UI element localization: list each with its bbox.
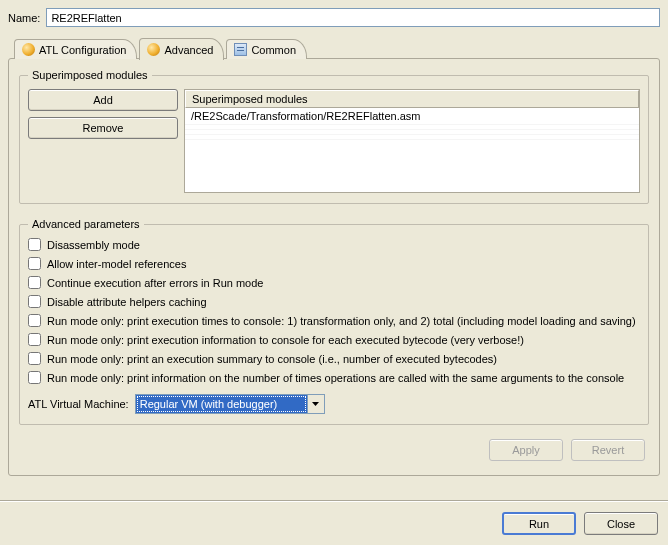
checkbox[interactable] [28, 333, 41, 346]
tab-label: Common [251, 44, 296, 56]
check-option[interactable]: Disable attribute helpers caching [28, 295, 640, 308]
modules-table[interactable]: Superimposed modules /RE2Scade/Transform… [184, 89, 640, 193]
check-label: Run mode only: print information on the … [47, 372, 624, 384]
close-button[interactable]: Close [584, 512, 658, 535]
check-label: Continue execution after errors in Run m… [47, 277, 263, 289]
tab-atl-configuration[interactable]: ATL Configuration [14, 39, 137, 59]
vm-select-value: Regular VM (with debugger) [136, 395, 307, 413]
checkbox[interactable] [28, 295, 41, 308]
tab-bar: ATL Configuration Advanced Common [14, 37, 660, 59]
check-label: Run mode only: print execution times to … [47, 315, 636, 327]
check-option[interactable]: Run mode only: print execution times to … [28, 314, 640, 327]
dialog-button-bar: Run Close [0, 501, 668, 545]
group-advanced-parameters: Advanced parameters Disassembly modeAllo… [19, 218, 649, 425]
vm-label: ATL Virtual Machine: [28, 398, 129, 410]
check-option[interactable]: Run mode only: print information on the … [28, 371, 640, 384]
check-option[interactable]: Run mode only: print an execution summar… [28, 352, 640, 365]
add-button[interactable]: Add [28, 89, 178, 111]
checkbox[interactable] [28, 276, 41, 289]
check-label: Disable attribute helpers caching [47, 296, 207, 308]
check-option[interactable]: Continue execution after errors in Run m… [28, 276, 640, 289]
revert-button[interactable]: Revert [571, 439, 645, 461]
chevron-down-icon[interactable] [307, 395, 324, 413]
common-icon [233, 43, 247, 57]
field-label-name: Name: [8, 12, 40, 24]
checkbox[interactable] [28, 238, 41, 251]
run-button[interactable]: Run [502, 512, 576, 535]
vm-select[interactable]: Regular VM (with debugger) [135, 394, 325, 414]
atl-icon [146, 43, 160, 57]
tab-common[interactable]: Common [226, 39, 307, 59]
check-option[interactable]: Run mode only: print execution informati… [28, 333, 640, 346]
table-row[interactable]: /RE2Scade/Transformation/RE2REFlatten.as… [185, 108, 639, 125]
tab-label: ATL Configuration [39, 44, 126, 56]
check-label: Allow inter-model references [47, 258, 186, 270]
column-header[interactable]: Superimposed modules [185, 90, 639, 108]
tab-content-advanced: Superimposed modules Add Remove Superimp… [8, 58, 660, 476]
remove-button[interactable]: Remove [28, 117, 178, 139]
checkbox[interactable] [28, 352, 41, 365]
checkbox[interactable] [28, 314, 41, 327]
check-label: Run mode only: print execution informati… [47, 334, 524, 346]
check-label: Disassembly mode [47, 239, 140, 251]
check-label: Run mode only: print an execution summar… [47, 353, 497, 365]
group-legend: Advanced parameters [28, 218, 144, 230]
check-option[interactable]: Disassembly mode [28, 238, 640, 251]
apply-button[interactable]: Apply [489, 439, 563, 461]
table-row[interactable] [185, 135, 639, 140]
tab-label: Advanced [164, 44, 213, 56]
checkbox[interactable] [28, 371, 41, 384]
name-input[interactable] [46, 8, 660, 27]
atl-icon [21, 43, 35, 57]
checkbox[interactable] [28, 257, 41, 270]
tab-advanced[interactable]: Advanced [139, 38, 224, 60]
check-option[interactable]: Allow inter-model references [28, 257, 640, 270]
group-legend: Superimposed modules [28, 69, 152, 81]
group-superimposed-modules: Superimposed modules Add Remove Superimp… [19, 69, 649, 204]
